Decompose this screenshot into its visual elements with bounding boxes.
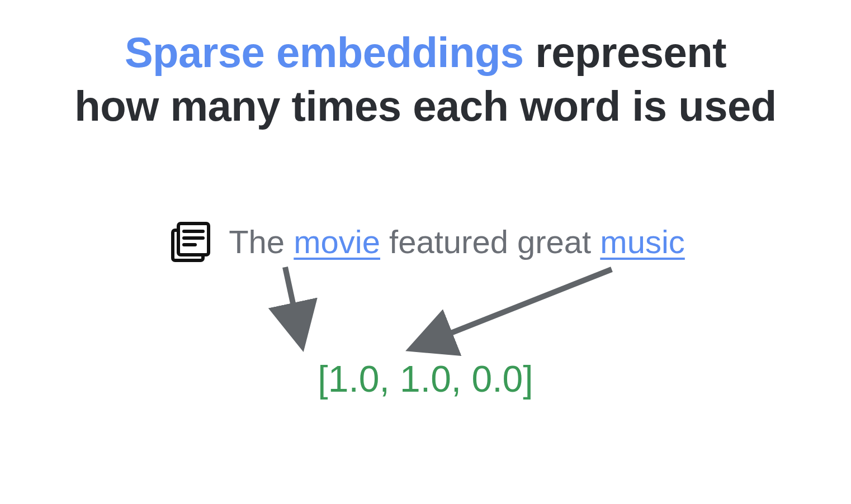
example-sentence-row: The movie featured great music: [0, 218, 851, 265]
document-stack-icon: [166, 218, 213, 265]
sentence-words-middle: featured great: [380, 224, 600, 260]
example-sentence: The movie featured great music: [229, 223, 685, 260]
diagram-stage: Sparse embeddings represent how many tim…: [0, 0, 851, 504]
sentence-highlight-music: music: [600, 224, 684, 260]
diagram-title: Sparse embeddings represent how many tim…: [0, 26, 851, 133]
embedding-vector: [1.0, 1.0, 0.0]: [0, 358, 851, 400]
title-line2: how many times each word is used: [74, 82, 776, 130]
arrow-music-to-vector: [417, 269, 612, 346]
title-rest-line1: represent: [524, 28, 727, 76]
sentence-word-the: The: [229, 224, 294, 260]
title-emphasis: Sparse embeddings: [125, 28, 524, 76]
sentence-highlight-movie: movie: [294, 224, 380, 260]
arrow-movie-to-vector: [285, 267, 301, 340]
